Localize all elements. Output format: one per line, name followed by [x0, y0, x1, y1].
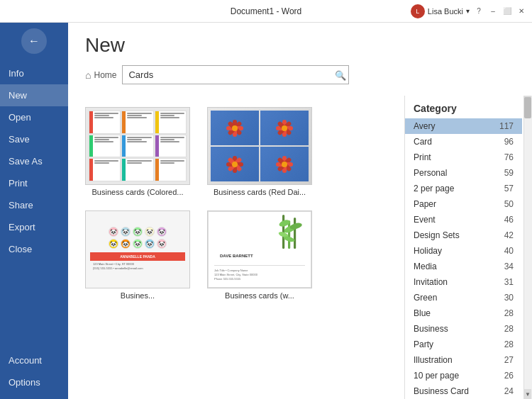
- panda-face: 🐼: [133, 239, 143, 249]
- sidebar-item-print[interactable]: Print: [0, 172, 68, 194]
- category-count: 28: [504, 324, 514, 334]
- app-title: Document1 - Word: [231, 6, 301, 16]
- template-item-3[interactable]: 🐼 🐼 🐼 🐼 🐼 🐼 🐼 🐼: [85, 210, 190, 300]
- card-contact: Job Title • Company Name 123 Main Street…: [214, 269, 305, 281]
- card-details: 123 Main Street • City, ST 00000 (555) 5…: [90, 261, 185, 271]
- daisy-flower: [274, 154, 295, 175]
- daisy-card: [260, 147, 309, 181]
- template-label-1: Business cards (Colored...: [92, 188, 184, 196]
- category-label: Illustration: [414, 355, 453, 365]
- category-count: 46: [504, 215, 514, 225]
- sidebar-item-save[interactable]: Save: [0, 128, 68, 150]
- category-item[interactable]: Green30: [405, 290, 522, 305]
- category-label: Business Card: [414, 386, 469, 396]
- category-item[interactable]: Card96: [405, 134, 522, 150]
- category-item[interactable]: Business Card24: [405, 383, 522, 399]
- category-item[interactable]: Design Sets42: [405, 227, 522, 243]
- main-area: Business cards (Colored...: [68, 96, 532, 399]
- sidebar-item-open[interactable]: Open: [0, 106, 68, 128]
- help-btn[interactable]: ?: [474, 6, 484, 16]
- page-title: New: [85, 34, 515, 57]
- sidebar-item-new[interactable]: New: [0, 84, 68, 106]
- scrollbar-thumb[interactable]: [524, 97, 531, 118]
- template-thumb-3: 🐼 🐼 🐼 🐼 🐼 🐼 🐼 🐼: [85, 210, 190, 288]
- app-body: ← Info New Open Save Save As Print Share…: [0, 23, 532, 399]
- category-label: Paper: [414, 199, 436, 209]
- category-label: Blue: [414, 308, 431, 318]
- daisy-flower: [224, 154, 245, 175]
- category-item[interactable]: Avery117: [405, 118, 522, 134]
- category-label: 10 per page: [414, 371, 459, 381]
- daisy-flower: [274, 118, 295, 139]
- panda-row: 🐼 🐼 🐼 🐼 🐼: [109, 239, 167, 249]
- category-count: 27: [504, 355, 514, 365]
- mini-card: [155, 135, 187, 158]
- search-button[interactable]: 🔍: [335, 69, 346, 80]
- template-item-2[interactable]: Business cards (Red Dai...: [207, 107, 312, 196]
- mini-card: [155, 111, 187, 134]
- search-input[interactable]: [122, 65, 349, 84]
- category-label: Media: [414, 262, 437, 271]
- category-item[interactable]: Personal59: [405, 165, 522, 181]
- mini-card: [121, 158, 153, 181]
- panda-face: 🐼: [133, 227, 143, 237]
- back-button[interactable]: ←: [21, 28, 47, 54]
- template-item-4[interactable]: DAVE BARNETT Job Title • Company Name 12…: [207, 210, 312, 300]
- card-name: DAVE BARNETT: [220, 254, 253, 258]
- panda-face: 🐼: [157, 227, 167, 237]
- category-item[interactable]: 10 per page26: [405, 368, 522, 383]
- category-count: 26: [504, 371, 514, 381]
- main-content: New ⌂ Home 🔍: [68, 23, 532, 399]
- category-count: 76: [504, 152, 514, 162]
- category-item[interactable]: Print76: [405, 150, 522, 165]
- template-label-3: Busines...: [121, 291, 155, 300]
- sidebar-item-info[interactable]: Info: [0, 62, 68, 84]
- category-count: 59: [504, 168, 514, 178]
- avatar: L: [411, 4, 425, 18]
- category-item[interactable]: Holiday40: [405, 243, 522, 259]
- sidebar-item-account[interactable]: Account: [0, 349, 68, 371]
- category-count: 28: [504, 339, 514, 349]
- category-label: Business: [414, 324, 448, 334]
- sidebar-item-close[interactable]: Close: [0, 238, 68, 260]
- sidebar-item-export[interactable]: Export: [0, 216, 68, 238]
- template-thumb-4: DAVE BARNETT Job Title • Company Name 12…: [207, 210, 312, 288]
- category-count: 28: [504, 308, 514, 318]
- mini-card: [155, 158, 187, 181]
- svg-rect-2: [294, 218, 296, 249]
- category-label: Invitation: [414, 277, 448, 287]
- category-count: 24: [504, 386, 514, 396]
- panda-face: 🐼: [157, 239, 167, 249]
- category-item[interactable]: Party28: [405, 337, 522, 352]
- category-item[interactable]: Blue28: [405, 305, 522, 321]
- svg-rect-1: [288, 220, 290, 249]
- category-item[interactable]: Event46: [405, 212, 522, 227]
- sidebar-item-save-as[interactable]: Save As: [0, 150, 68, 172]
- category-item[interactable]: Paper50: [405, 196, 522, 212]
- category-item[interactable]: 2 per page57: [405, 181, 522, 196]
- panda-face: 🐼: [109, 227, 118, 237]
- title-bar-controls: L Lisa Bucki ▾ ? – ⬜ ✕: [411, 4, 526, 18]
- user-dropdown-icon[interactable]: ▾: [466, 7, 470, 15]
- maximize-btn[interactable]: ⬜: [502, 6, 512, 16]
- category-item[interactable]: Media34: [405, 259, 522, 274]
- card-info-bar: ANNABELLE PANDA: [90, 252, 185, 261]
- flower-center: [232, 162, 238, 167]
- scroll-down-arrow[interactable]: ▼: [524, 389, 531, 399]
- flower-center: [232, 125, 238, 131]
- category-count: 42: [504, 230, 514, 240]
- category-item[interactable]: Illustration27: [405, 352, 522, 368]
- close-btn[interactable]: ✕: [516, 6, 526, 16]
- minimize-btn[interactable]: –: [488, 6, 498, 16]
- panda-row: 🐼 🐼 🐼 🐼 🐼: [109, 227, 167, 237]
- category-item[interactable]: Business28: [405, 321, 522, 337]
- category-count: 57: [504, 184, 514, 193]
- template-item-1[interactable]: Business cards (Colored...: [85, 107, 190, 196]
- sidebar-item-options[interactable]: Options: [0, 371, 68, 393]
- home-button[interactable]: ⌂ Home: [85, 69, 116, 81]
- sidebar: ← Info New Open Save Save As Print Share…: [0, 23, 68, 399]
- sidebar-item-share[interactable]: Share: [0, 194, 68, 216]
- templates-grid: Business cards (Colored...: [85, 107, 387, 300]
- category-item[interactable]: Invitation31: [405, 274, 522, 290]
- category-scrollbar[interactable]: ▲ ▼: [523, 96, 532, 399]
